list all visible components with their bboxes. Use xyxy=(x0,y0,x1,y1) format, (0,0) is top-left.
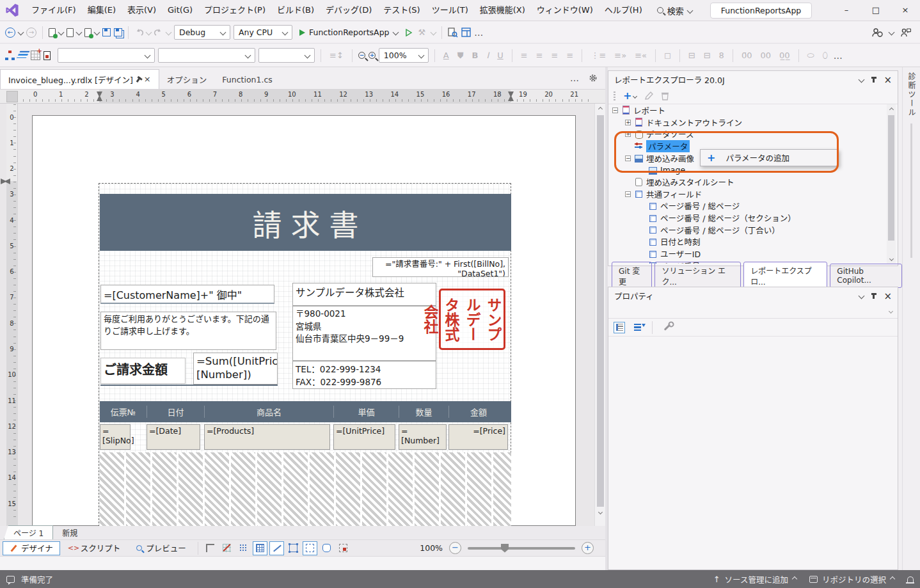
zoom-out-button[interactable]: − xyxy=(449,542,461,554)
italic-icon[interactable]: I xyxy=(484,51,491,60)
paste-format-icon[interactable] xyxy=(336,541,351,555)
designer-mode-button[interactable]: デザイナ xyxy=(3,541,60,555)
align-right-icon[interactable]: ≡ xyxy=(549,51,561,60)
table-detail-row[interactable]: =[SlipNo]=[Date]=[Products]=[UnitPrice]=… xyxy=(100,424,511,450)
designer-mode-button[interactable]: スクリプト xyxy=(62,541,128,555)
tree-item[interactable]: 日付と時刻 xyxy=(608,236,898,248)
amount-sum-textbox[interactable]: =Sum([UnitPrice]*[Number]) xyxy=(193,353,278,385)
align-left-icon[interactable]: ≡ xyxy=(518,51,530,60)
zoom-in-icon[interactable] xyxy=(369,52,376,59)
new-file-icon[interactable] xyxy=(49,28,56,37)
chevron-down-icon[interactable] xyxy=(18,29,24,36)
font-family-dropdown[interactable] xyxy=(158,48,255,63)
align-bottoms-icon[interactable]: 8 xyxy=(717,51,727,60)
menu-item[interactable]: ウィンドウ(W) xyxy=(531,0,599,20)
property-pages-icon[interactable] xyxy=(662,322,673,333)
menu-item[interactable]: ビルド(B) xyxy=(271,0,320,20)
minimize-button[interactable]: – xyxy=(832,0,861,20)
select-repository-button[interactable]: リポジトリの選択 xyxy=(809,573,894,585)
chevron-down-icon[interactable] xyxy=(76,29,83,36)
pin-icon[interactable] xyxy=(873,293,875,299)
zoom-out-icon[interactable] xyxy=(358,52,365,59)
send-feedback-icon[interactable] xyxy=(900,28,911,38)
scrollbar-thumb[interactable] xyxy=(888,115,894,241)
tree-expander-icon[interactable] xyxy=(625,191,631,197)
open-file-icon[interactable] xyxy=(67,28,74,37)
navigate-back-icon[interactable]: ← xyxy=(5,28,15,38)
chevron-down-icon[interactable] xyxy=(166,29,172,36)
menu-item[interactable]: テスト(S) xyxy=(377,0,425,20)
snap-to-grid-icon[interactable] xyxy=(269,541,284,555)
company-seal-image[interactable]: サンプルデータ株式会社 xyxy=(439,289,505,350)
menu-item[interactable]: ヘルプ(H) xyxy=(599,0,648,20)
fit-frame-icon[interactable]: ◻ xyxy=(662,51,674,60)
designer-mode-button[interactable]: プレビュー xyxy=(129,541,193,555)
start-without-debugging-icon[interactable] xyxy=(405,29,413,36)
edit-icon[interactable] xyxy=(644,91,653,100)
tree-scrollbar[interactable] xyxy=(887,104,896,264)
chevron-down-icon[interactable] xyxy=(431,29,437,36)
object-selector-dropdown[interactable] xyxy=(608,305,898,319)
layers-icon[interactable] xyxy=(15,51,29,60)
delete-icon[interactable] xyxy=(661,91,669,100)
tree-item[interactable]: データソース xyxy=(608,128,898,140)
company-name-textbox[interactable]: サンプルデータ株式会社 xyxy=(292,283,436,306)
close-button[interactable]: × xyxy=(891,0,920,20)
align-justify-icon[interactable]: ≡ xyxy=(564,51,576,60)
ruler-toggle-icon[interactable] xyxy=(203,541,218,555)
menu-item[interactable]: 表示(V) xyxy=(122,0,162,20)
solution-name-box[interactable]: FunctionReportsApp xyxy=(710,3,813,19)
document-tab[interactable]: Invoice_blueg...y.rdlx [デザイン] × xyxy=(0,69,159,89)
menu-item[interactable]: デバッグ(D) xyxy=(320,0,377,20)
equal-spacing-icon[interactable]: 00 xyxy=(757,51,773,60)
table-detail-cell[interactable]: =[Price] xyxy=(448,424,508,450)
report-document-icon[interactable] xyxy=(44,51,51,60)
search-control[interactable]: 検索 xyxy=(657,4,692,17)
menu-item[interactable]: プロジェクト(P) xyxy=(198,0,271,20)
gear-icon[interactable] xyxy=(589,74,598,83)
close-icon[interactable]: × xyxy=(144,75,151,83)
chevron-down-icon[interactable] xyxy=(146,29,152,36)
scroll-down-button[interactable] xyxy=(595,507,605,517)
align-tops-icon[interactable]: ⊟ xyxy=(686,51,698,60)
tool-window-tab[interactable]: ソリューション エク... xyxy=(654,262,741,290)
dot-grid-toggle-icon[interactable] xyxy=(236,541,251,555)
style-dropdown[interactable] xyxy=(58,48,155,63)
pan-hand-icon[interactable] xyxy=(319,541,334,555)
report-page-tab[interactable]: 新規 xyxy=(53,526,86,539)
feedback-bubble-icon[interactable] xyxy=(6,576,15,583)
scroll-up-button[interactable] xyxy=(595,104,605,114)
save-all-icon[interactable] xyxy=(114,28,122,36)
tree-expander-icon[interactable] xyxy=(612,107,618,113)
context-menu-item[interactable]: パラメータの追加 xyxy=(726,152,789,164)
transform-handles-icon[interactable] xyxy=(286,541,301,555)
tree-expander-icon[interactable] xyxy=(625,120,631,125)
table-detail-cell[interactable]: =[Date] xyxy=(147,424,200,450)
table-header-cell[interactable]: 数量 xyxy=(399,406,448,418)
decrease-indent-icon[interactable]: ≡« xyxy=(632,51,649,60)
customer-name-textbox[interactable]: =[CustomerName]+" 御中" xyxy=(100,285,274,304)
scroll-up-button[interactable] xyxy=(887,104,896,115)
categorized-view-icon[interactable] xyxy=(614,322,625,333)
tree-item[interactable]: ページ番号 / 総ページ（セクション） xyxy=(608,212,898,224)
scroll-down-button[interactable] xyxy=(887,253,896,264)
zoom-slider-track[interactable] xyxy=(468,547,575,550)
chevron-down-icon[interactable] xyxy=(94,29,100,36)
align-middles-icon[interactable]: ⊟ xyxy=(701,51,713,60)
top-margin-marker[interactable] xyxy=(1,179,10,184)
add-table-icon[interactable] xyxy=(31,51,40,60)
save-icon[interactable] xyxy=(102,28,111,36)
tool-window-tab[interactable]: GitHub Copilot... xyxy=(830,264,902,288)
tab-overflow-icon[interactable]: … xyxy=(570,73,580,83)
marquee-selection-icon[interactable] xyxy=(303,541,317,555)
close-icon[interactable]: × xyxy=(884,76,892,84)
design-canvas[interactable]: 0123456789101112131415 請求書 ="請求書番号:" + F… xyxy=(0,104,605,526)
table-detail-cell[interactable]: =[Products] xyxy=(204,424,330,450)
company-phone-textbox[interactable]: TEL：022-999-1234 FAX：022-999-9876 xyxy=(292,361,436,389)
report-body[interactable]: 請求書 ="請求書番号:" + First([BillNo], "DataSet… xyxy=(99,183,511,526)
table-header-row[interactable]: 伝票№日付商品名単価数量金額 xyxy=(100,401,511,422)
window-layout-icon[interactable] xyxy=(461,28,471,37)
bill-number-textbox[interactable]: ="請求書番号:" + First([BillNo], "DataSet1") xyxy=(372,257,509,277)
increase-indent-icon[interactable]: ≡» xyxy=(612,51,629,60)
report-structure-icon[interactable] xyxy=(5,51,15,60)
